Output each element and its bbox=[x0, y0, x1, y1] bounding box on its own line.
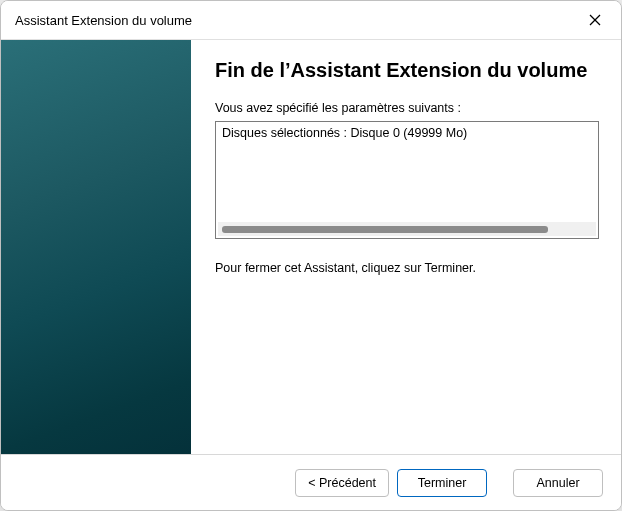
close-button[interactable] bbox=[573, 5, 617, 35]
params-listbox: Disques sélectionnés : Disque 0 (49999 M… bbox=[215, 121, 599, 239]
close-instruction: Pour fermer cet Assistant, cliquez sur T… bbox=[215, 261, 599, 275]
page-title: Fin de l’Assistant Extension du volume bbox=[215, 58, 599, 83]
window-title: Assistant Extension du volume bbox=[15, 13, 192, 28]
close-icon bbox=[589, 14, 601, 26]
horizontal-scrollbar[interactable] bbox=[218, 222, 596, 236]
params-line: Disques sélectionnés : Disque 0 (49999 M… bbox=[222, 126, 592, 140]
scrollbar-thumb[interactable] bbox=[222, 226, 548, 233]
back-button[interactable]: < Précédent bbox=[295, 469, 389, 497]
wizard-body: Fin de l’Assistant Extension du volume V… bbox=[1, 39, 621, 454]
wizard-footer: < Précédent Terminer Annuler bbox=[1, 454, 621, 510]
titlebar: Assistant Extension du volume bbox=[1, 1, 621, 39]
wizard-content: Fin de l’Assistant Extension du volume V… bbox=[191, 40, 621, 454]
cancel-button[interactable]: Annuler bbox=[513, 469, 603, 497]
params-intro: Vous avez spécifié les paramètres suivan… bbox=[215, 101, 599, 115]
wizard-sidebar-graphic bbox=[1, 40, 191, 454]
finish-button[interactable]: Terminer bbox=[397, 469, 487, 497]
wizard-window: Assistant Extension du volume Fin de l’A… bbox=[0, 0, 622, 511]
